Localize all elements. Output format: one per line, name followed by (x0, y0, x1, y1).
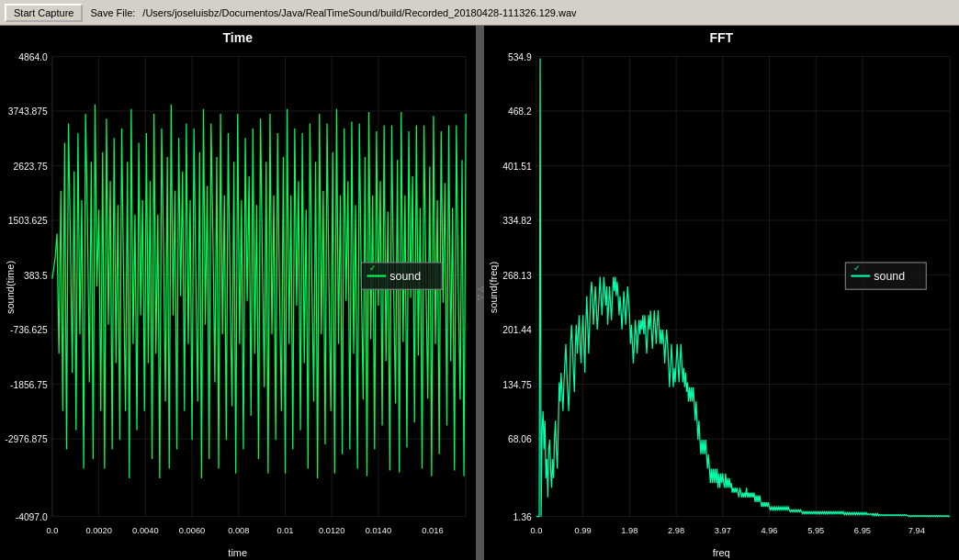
svg-text:0.0: 0.0 (530, 526, 542, 535)
time-chart: Time sound(time) (0, 26, 477, 560)
svg-text:0.01: 0.01 (276, 526, 293, 535)
svg-text:7.94: 7.94 (908, 526, 924, 535)
svg-rect-42 (484, 47, 960, 545)
svg-text:0.008: 0.008 (228, 526, 249, 535)
time-chart-title: Time (0, 26, 476, 47)
svg-text:268.13: 268.13 (502, 271, 532, 281)
fft-x-axis-label: freq (484, 545, 960, 560)
svg-text:6.95: 6.95 (853, 526, 870, 535)
svg-text:0.0120: 0.0120 (319, 526, 344, 535)
start-capture-button[interactable]: Start Capture (5, 4, 83, 22)
svg-text:201.44: 201.44 (502, 325, 532, 335)
svg-text:0.0040: 0.0040 (132, 526, 158, 535)
time-chart-area: sound(time) (0, 47, 476, 545)
svg-text:4.96: 4.96 (761, 526, 777, 535)
svg-text:-4097.0: -4097.0 (16, 512, 48, 522)
svg-text:334.82: 334.82 (502, 216, 532, 226)
svg-text:5.95: 5.95 (807, 526, 824, 535)
save-file-path: /Users/joseluisbz/Documentos/Java/RealTi… (142, 7, 576, 18)
fft-chart-area: sound(freq) (484, 47, 960, 545)
svg-text:68.06: 68.06 (507, 434, 531, 444)
svg-text:0.0: 0.0 (46, 526, 58, 535)
svg-text:✓: ✓ (369, 263, 377, 273)
svg-text:✓: ✓ (852, 263, 860, 273)
main-content: Time sound(time) (0, 26, 959, 560)
svg-text:4864.0: 4864.0 (18, 52, 48, 62)
svg-text:534.9: 534.9 (507, 52, 531, 62)
svg-text:2623.75: 2623.75 (13, 162, 48, 172)
fft-chart: FFT sound(freq) (484, 26, 960, 560)
time-chart-svg: 4864.0 3743.875 2623.75 1503.625 383.5 -… (0, 47, 476, 545)
svg-text:0.016: 0.016 (422, 526, 443, 535)
fft-chart-svg: 534.9 468.2 401.51 334.82 268.13 201.44 … (484, 47, 960, 545)
svg-text:sound: sound (874, 270, 905, 283)
fft-chart-title: FFT (484, 26, 960, 47)
svg-text:3.97: 3.97 (714, 526, 730, 535)
svg-text:134.75: 134.75 (502, 380, 532, 390)
svg-text:2.98: 2.98 (668, 526, 684, 535)
fft-y-axis-label: sound(freq) (489, 261, 500, 312)
svg-text:sound: sound (389, 270, 421, 283)
time-x-axis-label: time (0, 545, 476, 560)
svg-text:0.99: 0.99 (574, 526, 591, 535)
svg-text:0.0140: 0.0140 (366, 526, 391, 535)
svg-text:1.36: 1.36 (513, 512, 531, 522)
chart-divider[interactable] (477, 26, 484, 560)
svg-text:468.2: 468.2 (507, 106, 531, 117)
svg-text:401.51: 401.51 (502, 162, 532, 172)
svg-text:0.0060: 0.0060 (179, 526, 205, 535)
save-file-label: Save File: (90, 7, 135, 18)
svg-text:0.0020: 0.0020 (85, 526, 111, 535)
toolbar: Start Capture Save File: /Users/joseluis… (0, 0, 959, 26)
time-y-axis-label: sound(time) (5, 260, 16, 313)
svg-text:1.98: 1.98 (621, 526, 637, 535)
svg-text:383.5: 383.5 (24, 271, 48, 281)
